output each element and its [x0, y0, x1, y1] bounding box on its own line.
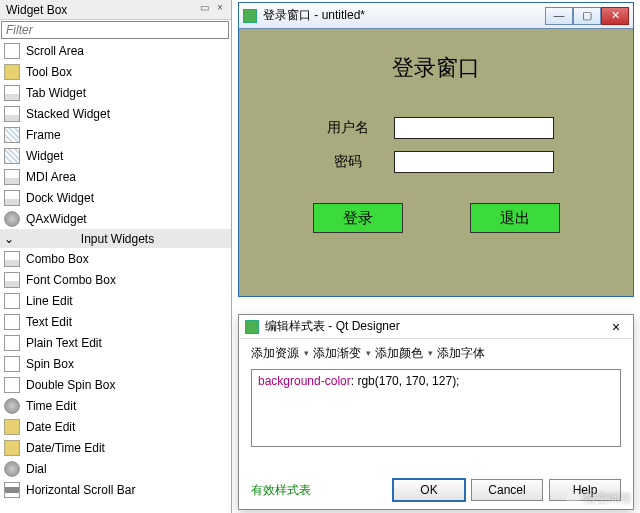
stylesheet-title-bar[interactable]: 编辑样式表 - Qt Designer × [239, 315, 633, 339]
username-row: 用户名 [239, 117, 633, 139]
folder-icon [4, 419, 20, 435]
dock-float-icon[interactable]: ▭ [197, 2, 211, 16]
stylesheet-editor[interactable]: background-color: rgb(170, 170, 127); [251, 369, 621, 447]
login-title-bar[interactable]: 登录窗口 - untitled* — ▢ ✕ [239, 3, 633, 29]
design-canvas: 登录窗口 - untitled* — ▢ ✕ 登录窗口 用户名 密码 登录 退出 [232, 0, 640, 513]
stylesheet-dialog-title: 编辑样式表 - Qt Designer [265, 318, 605, 335]
stylesheet-dialog: 编辑样式表 - Qt Designer × 添加资源 添加渐变 添加颜色 添加字… [238, 314, 634, 510]
tree-item-label: Plain Text Edit [26, 336, 102, 350]
tree-item-label: Double Spin Box [26, 378, 115, 392]
tree-item-label: Horizontal Scroll Bar [26, 483, 135, 497]
css-property: background-color [258, 374, 351, 388]
tree-item[interactable]: MDI Area [0, 166, 231, 187]
section-input-widgets[interactable]: ⌄ Input Widgets [0, 229, 231, 248]
login-body: 登录窗口 用户名 密码 登录 退出 [239, 29, 633, 243]
tree-item[interactable]: Plain Text Edit [0, 332, 231, 353]
tree-item-label: Combo Box [26, 252, 89, 266]
tree-item-label: Time Edit [26, 399, 76, 413]
stylesheet-toolbar: 添加资源 添加渐变 添加颜色 添加字体 [239, 339, 633, 367]
password-input[interactable] [394, 151, 554, 173]
add-font-menu[interactable]: 添加字体 [437, 345, 485, 362]
exit-button[interactable]: 退出 [470, 203, 560, 233]
tree-item-label: Line Edit [26, 294, 73, 308]
tab-icon [4, 106, 20, 122]
gear-icon [4, 398, 20, 414]
tree-item-label: Text Edit [26, 315, 72, 329]
widget-tree: Scroll Area Tool BoxTab WidgetStacked Wi… [0, 40, 231, 500]
filter-input[interactable] [1, 21, 229, 39]
tree-item-label: Stacked Widget [26, 107, 110, 121]
username-input[interactable] [394, 117, 554, 139]
tree-item[interactable]: Text Edit [0, 311, 231, 332]
tab-icon [4, 169, 20, 185]
tree-item[interactable]: Widget [0, 145, 231, 166]
tree-item[interactable]: Horizontal Scroll Bar [0, 479, 231, 500]
add-gradient-menu[interactable]: 添加渐变 [313, 345, 371, 362]
add-resource-menu[interactable]: 添加资源 [251, 345, 309, 362]
folder-icon [4, 440, 20, 456]
tree-item[interactable]: Tool Box [0, 61, 231, 82]
tree-item-label: MDI Area [26, 170, 76, 184]
tree-item[interactable]: Spin Box [0, 353, 231, 374]
ok-button[interactable]: OK [393, 479, 465, 501]
login-window-title: 登录窗口 - untitled* [263, 7, 545, 24]
tree-item[interactable]: QAxWidget [0, 208, 231, 229]
username-label: 用户名 [318, 119, 378, 137]
tree-item[interactable]: Tab Widget [0, 82, 231, 103]
tree-item[interactable]: Date Edit [0, 416, 231, 437]
tree-item-label: Dial [26, 462, 47, 476]
tree-item-label: Tool Box [26, 65, 72, 79]
tree-item-label: Widget [26, 149, 63, 163]
tree-item[interactable]: Stacked Widget [0, 103, 231, 124]
watermark-text: 悟空问答 [584, 490, 632, 507]
tree-item[interactable]: Font Combo Box [0, 269, 231, 290]
password-row: 密码 [239, 151, 633, 173]
chevron-down-icon: ⌄ [4, 232, 14, 246]
tree-item[interactable]: Double Spin Box [0, 374, 231, 395]
tree-item-label: Date/Time Edit [26, 441, 105, 455]
widget-icon [4, 377, 20, 393]
valid-stylesheet-label: 有效样式表 [251, 482, 387, 499]
close-button[interactable]: ✕ [601, 7, 629, 25]
folder-icon [4, 64, 20, 80]
add-color-menu[interactable]: 添加颜色 [375, 345, 433, 362]
widget-icon [4, 293, 20, 309]
blue-stripe-icon [4, 148, 20, 164]
qt-app-icon [245, 320, 259, 334]
blue-stripe-icon [4, 127, 20, 143]
cancel-button[interactable]: Cancel [471, 479, 543, 501]
maximize-button[interactable]: ▢ [573, 7, 601, 25]
tree-item-label: Font Combo Box [26, 273, 116, 287]
tree-item[interactable]: Frame [0, 124, 231, 145]
dialog-close-button[interactable]: × [605, 319, 627, 335]
tree-item-scroll-area[interactable]: Scroll Area [0, 40, 231, 61]
qt-app-icon [243, 9, 257, 23]
gear-icon [4, 211, 20, 227]
button-row: 登录 退出 [239, 185, 633, 233]
tree-item[interactable]: Date/Time Edit [0, 437, 231, 458]
tab-icon [4, 85, 20, 101]
widget-box-title: Widget Box [6, 3, 67, 17]
tree-item[interactable]: Dial [0, 458, 231, 479]
dock-close-icon[interactable]: × [213, 2, 227, 16]
login-window: 登录窗口 - untitled* — ▢ ✕ 登录窗口 用户名 密码 登录 退出 [238, 2, 634, 297]
minimize-button[interactable]: — [545, 7, 573, 25]
tree-item[interactable]: Combo Box [0, 248, 231, 269]
tree-item-label: Frame [26, 128, 61, 142]
tree-item[interactable]: Dock Widget [0, 187, 231, 208]
login-button[interactable]: 登录 [313, 203, 403, 233]
tab-icon [4, 251, 20, 267]
widget-icon [4, 335, 20, 351]
hbar-icon [4, 482, 20, 498]
login-heading: 登录窗口 [239, 39, 633, 105]
container-icon [4, 43, 20, 59]
widget-icon [4, 314, 20, 330]
tree-item[interactable]: Line Edit [0, 290, 231, 311]
tab-icon [4, 190, 20, 206]
tab-icon [4, 272, 20, 288]
tree-item[interactable]: Time Edit [0, 395, 231, 416]
tree-item-label: Date Edit [26, 420, 75, 434]
password-label: 密码 [318, 153, 378, 171]
gear-icon [4, 461, 20, 477]
tree-item-label: QAxWidget [26, 212, 87, 226]
